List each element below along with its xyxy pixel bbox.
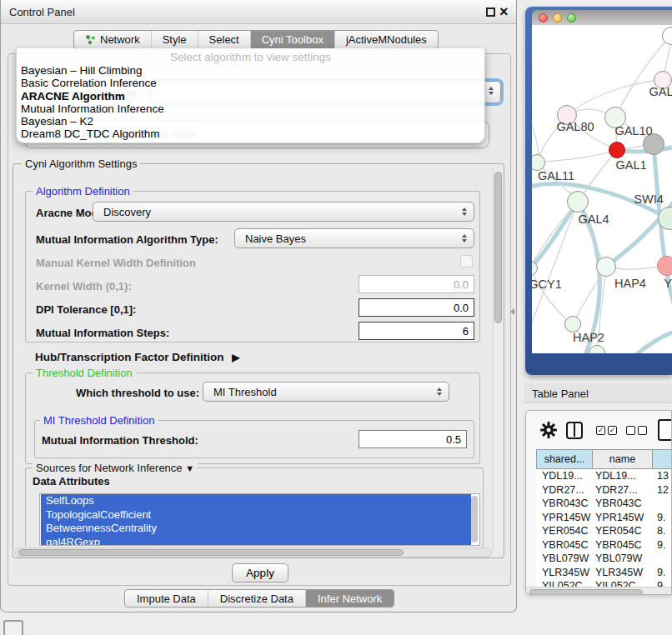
dropdown-item-aracne[interactable]: ARACNE Algorithm: [17, 90, 484, 102]
table-row[interactable]: YDL19...YDL19...13: [536, 469, 672, 483]
table-body: YDL19...YDL19...13 YDR27...YDR27...12 YB…: [536, 469, 672, 587]
scrollbar-thumb[interactable]: [18, 549, 404, 556]
which-threshold-combobox[interactable]: MI Threshold: [203, 382, 449, 402]
sources-group: Sources for Network Inference ▼ Data Att…: [25, 468, 484, 547]
tab-style[interactable]: Style: [151, 31, 198, 48]
tab-network[interactable]: Network: [74, 31, 151, 48]
table-panel-title: Table Panel: [532, 388, 589, 400]
node-label: GAL80: [556, 120, 594, 133]
node-label: GCY1: [532, 278, 562, 291]
settings-vertical-scrollbar[interactable]: [493, 168, 503, 550]
algorithm-definition-title: Algorithm Definition: [33, 185, 133, 198]
list-scrollbar-thumb[interactable]: [471, 496, 478, 542]
algorithm-dropdown-popup: Select algorithm to view settings Bayesi…: [16, 48, 485, 143]
close-icon[interactable]: ×: [499, 2, 509, 21]
control-panel-tabs: Network Style Select Cyni Toolbox jActiv…: [73, 30, 439, 49]
combo-arrows-icon: [462, 208, 467, 216]
manual-kernel-width-checkbox[interactable]: [460, 255, 473, 268]
mi-algorithm-type-combobox[interactable]: Naive Bayes: [234, 228, 474, 248]
panel-title: Control Panel: [9, 6, 75, 18]
attribute-item-betweennesscentrality[interactable]: BetweennessCentrality: [41, 522, 471, 536]
scrollbar-thumb[interactable]: [529, 589, 643, 595]
attribute-item-gal4rgexp[interactable]: gal4RGexp: [41, 536, 471, 547]
network-window-titlebar: [532, 10, 672, 25]
new-table-icon[interactable]: [658, 419, 672, 441]
dropdown-item-dream8[interactable]: Dream8 DC_TDC Algorithm: [17, 128, 484, 140]
attribute-item-topologicalcoefficient[interactable]: TopologicalCoefficient: [41, 508, 471, 522]
scrollbar-thumb[interactable]: [494, 172, 502, 323]
dpi-tolerance-input[interactable]: [359, 298, 474, 317]
attribute-item-selfloops[interactable]: SelfLoops: [41, 494, 471, 508]
table-horizontal-scrollbar[interactable]: [526, 587, 672, 595]
cyni-bottom-tabs: Impute Data Discretize Data Infer Networ…: [124, 589, 394, 608]
aracne-mode-combobox[interactable]: Discovery: [93, 202, 474, 222]
mi-steps-input[interactable]: [359, 322, 474, 340]
network-node-gal1-selected[interactable]: [609, 142, 625, 158]
tab-infer-network[interactable]: Infer Network: [305, 590, 394, 607]
splitter-collapse-arrow-icon[interactable]: [510, 308, 514, 315]
tab-cyni-toolbox[interactable]: Cyni Toolbox: [250, 31, 334, 48]
table-row[interactable]: YBR045CYBR045C9.: [536, 538, 672, 552]
table-row[interactable]: YER054CYER054C8.: [536, 524, 672, 538]
threshold-definition-group: Threshold Definition Which threshold to …: [25, 372, 480, 464]
node-label: GAL4: [578, 212, 609, 226]
combo-arrows-icon: [462, 234, 467, 242]
tab-discretize-data[interactable]: Discretize Data: [208, 590, 305, 607]
minimize-traffic-light-icon[interactable]: [553, 13, 562, 22]
table-row[interactable]: YIL052CYIL052C9: [536, 579, 672, 587]
network-node-salmon[interactable]: [657, 256, 672, 276]
table-panel: ✓✓ shared... name A YDL19...YDL19...13 Y…: [525, 410, 672, 595]
which-threshold-label: Which threshold to use:: [76, 387, 199, 399]
control-panel-window: Control Panel × Network Style Select Cyn…: [0, 0, 517, 612]
expanded-arrow-icon: ▼: [185, 463, 194, 473]
column-layout-icon[interactable]: [566, 422, 583, 439]
network-canvas[interactable]: GAL GAL80 GAL10 GAL1 GAL11 SWI4 GAL4 GCY…: [532, 25, 672, 353]
table-row[interactable]: YPR145WYPR145W9.: [536, 511, 672, 525]
sources-title[interactable]: Sources for Network Inference ▼: [33, 462, 198, 474]
zoom-traffic-light-icon[interactable]: [567, 13, 576, 22]
dropdown-item-basic-correlation[interactable]: Basic Correlation Inference: [17, 77, 484, 89]
algorithm-definition-group: Algorithm Definition Aracne Mode: Discov…: [25, 191, 480, 342]
hub-definition-toggle[interactable]: Hub/Transcription Factor Definition ▶: [35, 351, 240, 363]
table-row[interactable]: YBR043CYBR043C: [536, 497, 672, 511]
apply-button[interactable]: Apply: [232, 563, 288, 582]
data-attributes-list: SelfLoops TopologicalCoefficient Between…: [39, 493, 480, 546]
float-panel-icon[interactable]: [486, 8, 495, 17]
column-header-shared-name[interactable]: shared...: [536, 449, 593, 469]
table-row[interactable]: YBL079WYBL079W: [536, 552, 672, 566]
network-node-hap4[interactable]: [596, 257, 616, 277]
dropdown-item-bayesian-hill-climbing[interactable]: Bayesian – Hill Climbing: [17, 64, 484, 77]
deselect-all-columns-icon[interactable]: [626, 426, 647, 435]
node-label: GAL10: [614, 124, 652, 138]
close-traffic-light-icon[interactable]: [539, 13, 548, 22]
collapsed-arrow-icon: ▶: [232, 352, 239, 363]
table-row[interactable]: YLR345WYLR345W9.: [536, 566, 672, 580]
node-label: SWI4: [634, 192, 663, 206]
tab-impute-data[interactable]: Impute Data: [125, 590, 208, 607]
settings-horizontal-scrollbar[interactable]: [15, 548, 492, 558]
column-header-name[interactable]: name: [593, 449, 653, 469]
minimized-panel-icon[interactable]: [3, 620, 23, 635]
dropdown-item-mutual-information[interactable]: Mutual Information Inference: [17, 102, 484, 115]
mi-threshold-definition-group: MI Threshold Definition Mutual Informati…: [34, 420, 474, 458]
node-label: GAL1: [615, 158, 646, 172]
threshold-definition-title: Threshold Definition: [33, 367, 136, 379]
tab-select[interactable]: Select: [198, 31, 250, 48]
kernel-width-input[interactable]: [359, 275, 474, 293]
network-node-gal4[interactable]: [567, 191, 589, 212]
manual-kernel-width-label: Manual Kernel Width Definition: [36, 257, 196, 269]
select-all-columns-icon[interactable]: ✓✓: [596, 426, 617, 435]
dropdown-placeholder: Select algorithm to view settings: [17, 48, 484, 64]
network-node-hap2[interactable]: [564, 316, 581, 332]
settings-group-title: Cyni Algorithm Settings: [22, 158, 140, 170]
gear-icon[interactable]: [540, 422, 557, 438]
node-label: HAP2: [573, 331, 604, 344]
table-row[interactable]: YDR27...YDR27...12: [536, 483, 672, 498]
dropdown-item-bayesian-k2[interactable]: Bayesian – K2: [17, 115, 484, 128]
column-header-partial[interactable]: A: [653, 449, 672, 469]
mi-threshold-input[interactable]: [359, 430, 467, 448]
kernel-width-label: Kernel Width (0,1):: [36, 280, 132, 292]
data-attributes-label: Data Attributes: [33, 475, 110, 488]
tab-jactivemnodules[interactable]: jActiveMNodules: [334, 31, 438, 48]
network-edges: [532, 25, 672, 353]
